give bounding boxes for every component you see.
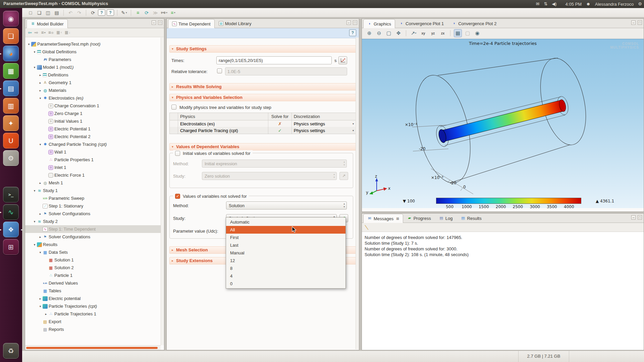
volume-icon[interactable]: ◀) (552, 1, 556, 6)
tree-item-solver-configurations[interactable]: ▸Solver Configurations (25, 210, 161, 218)
dropdown-option-last[interactable]: Last (226, 241, 345, 249)
global-definitions-button[interactable]: ≡ (134, 9, 142, 16)
tree-item-particle-properties-1[interactable]: Particle Properties 1 (25, 156, 161, 164)
section-dependent-variables[interactable]: Values of Dependent Variables (169, 143, 356, 150)
plot-canvas[interactable]: Time=2e-4 Particle trajectories COMSOL M… (362, 39, 644, 208)
tree-vertical-scrollbar[interactable] (161, 38, 164, 345)
dropdown-option-4[interactable]: 4 (226, 272, 345, 280)
hide-faces-button[interactable]: ▢ (464, 29, 472, 37)
tree-item-initial-values-1[interactable]: Initial Values 1 (25, 117, 161, 125)
session-gear-icon[interactable]: ⚙ (638, 0, 642, 8)
tree-item-electric-potential-2[interactable]: Electric Potential 2 (25, 133, 161, 140)
tree-expand-arrow[interactable]: ▸ (38, 73, 43, 77)
tab-convergence-plot-1[interactable]: ◗Convergence Plot 1 (395, 19, 448, 28)
launcher-item-terminal[interactable]: >_ (0, 187, 22, 202)
collapse-all-button[interactable]: ≡▾ (41, 30, 45, 35)
tree-item-charge-conservation-1[interactable]: Charge Conservation 1 (25, 102, 161, 110)
tab-model-library[interactable]: ▥Model Library (215, 19, 256, 28)
maximize-button[interactable]: □ (353, 20, 357, 25)
move-down-button[interactable]: ≣↓ (65, 30, 70, 35)
tree-item-solution-1[interactable]: Solution 1 (25, 256, 161, 264)
minimize-button[interactable]: – (152, 20, 156, 25)
row-selector[interactable] (170, 127, 178, 134)
discretization-cell[interactable]: Physics settings▾ (291, 121, 356, 127)
tree-item-tables[interactable]: Tables (25, 287, 161, 295)
initial-values-button[interactable]: t=0▾ (160, 9, 168, 16)
sync-icon[interactable]: ⇅ (544, 1, 547, 6)
modify-physics-checkbox[interactable] (171, 105, 176, 110)
tree-expand-arrow[interactable]: ▸ (38, 81, 43, 84)
zoom-out-button[interactable]: ⊖ (375, 29, 383, 37)
tree-collapse-arrow[interactable]: ▾ (32, 243, 37, 246)
launcher-item-trash[interactable]: ♻ (0, 343, 22, 359)
tree-expand-arrow[interactable]: ▸ (38, 235, 43, 239)
tree-item-electric-force-1[interactable]: Electric Force 1 (25, 171, 161, 179)
method-combo[interactable]: Solution (226, 201, 347, 209)
tree-expand-arrow[interactable]: ▸ (38, 212, 43, 216)
dropdown-option-all[interactable]: All (226, 226, 345, 234)
maximize-button[interactable]: □ (158, 20, 162, 25)
tree-item-electric-potential[interactable]: ▸Electric potential (25, 295, 161, 302)
clock[interactable]: 4:05 PM (566, 2, 582, 7)
close-tab-icon[interactable]: ⊠ (396, 217, 399, 221)
launcher-item-system-monitor[interactable]: ▸∿ (0, 204, 22, 220)
snapshot-button[interactable]: ◉ (473, 29, 481, 37)
save-file-button[interactable]: ◫ (44, 9, 52, 16)
update-current-button[interactable]: ⟳ (143, 9, 150, 16)
redo-button[interactable]: ↷ (75, 9, 83, 16)
tree-expand-arrow[interactable]: ▸ (38, 181, 43, 185)
undo-button[interactable]: ↶ (67, 9, 74, 16)
dropdown-option-12[interactable]: 12 (226, 257, 345, 264)
tree-item-solution-2[interactable]: Solution 2 (25, 264, 161, 272)
tree-item-model-1[interactable]: ▾Model 1(mod1) (25, 63, 161, 71)
tree-item-results[interactable]: ▾Results (25, 241, 161, 248)
view-xy-button[interactable]: xy (419, 29, 427, 37)
tree-item-derived-values[interactable]: Derived Values (25, 279, 161, 287)
tree-item-electric-potential-1[interactable]: Electric Potential 1 (25, 125, 161, 133)
launcher-item-libreoffice-impress[interactable]: ▥ (0, 98, 22, 114)
tree-item-geometry-1[interactable]: ▸Geometry 1 (25, 79, 161, 86)
tree-item-study-1[interactable]: ▾Study 1 (25, 187, 161, 194)
tree-collapse-arrow[interactable]: ▾ (26, 43, 31, 46)
tree-item-parametric-sweep[interactable]: Parametric Sweep (25, 194, 161, 202)
minimize-button[interactable]: – (346, 20, 351, 25)
view-yz-button[interactable]: yz (429, 29, 437, 37)
tree-horizontal-scrollbar[interactable] (25, 345, 161, 350)
zoom-in-button[interactable]: ⊕ (365, 29, 373, 37)
tree-item-export[interactable]: Export (25, 318, 161, 325)
launcher-item-libreoffice-calc[interactable]: ▦ (0, 63, 22, 79)
tree-item-particle-trajectories[interactable]: ▾Particle Trajectories(cpt) (25, 302, 161, 310)
tree-item-particle-1[interactable]: Particle 1 (25, 272, 161, 279)
help-button[interactable]: ? (98, 9, 105, 16)
tab-graphics[interactable]: ◗Graphics (363, 19, 395, 28)
tree-collapse-arrow[interactable]: ▾ (32, 66, 37, 69)
print-button[interactable]: ▤ (53, 9, 60, 16)
tree-item-mesh-1[interactable]: ▸Mesh 1 (25, 179, 161, 187)
help-icon[interactable]: ? (349, 29, 356, 36)
launcher-item-libreoffice-writer[interactable]: ▸▤ (0, 80, 22, 96)
not-solved-checkbox[interactable] (175, 194, 180, 199)
tree-item-parametersweeptest-mph[interactable]: ▾ParameterSweepTest.mph(root) (25, 40, 161, 48)
tree-item-data-sets[interactable]: ▾Data Sets (25, 248, 161, 256)
tree-item-study-2[interactable]: ▾Study 2 (25, 218, 161, 225)
tab-log[interactable]: ▤Log (435, 214, 457, 223)
transparency-button[interactable]: ▦ (454, 29, 462, 37)
range-button[interactable] (338, 56, 347, 64)
settings-vertical-scrollbar[interactable] (356, 38, 359, 349)
user-menu[interactable]: Alessandra Ferzoco (595, 2, 634, 7)
dropdown-option-0[interactable]: 0 (226, 280, 345, 288)
maximize-button[interactable]: □ (638, 215, 642, 220)
tree-expand-arrow[interactable]: ▸ (38, 297, 43, 300)
clear-mesh-button[interactable]: ✎▾ (120, 9, 128, 16)
tree-expand-arrow[interactable]: ▸ (44, 312, 48, 316)
dropdown-option-automatic[interactable]: Automatic (226, 218, 345, 226)
dropdown-option-manual[interactable]: Manual (226, 249, 345, 257)
physics-row-charged-particle-tracing-cpt[interactable]: Charged Particle Tracing (cpt)✓Physics s… (170, 127, 356, 134)
view-zx-button[interactable]: zx (439, 29, 447, 37)
tab-progress[interactable]: ▰Progress (403, 214, 435, 223)
tab-messages[interactable]: ✉Messages⊠ (363, 214, 403, 223)
solve-for-cell[interactable]: ✓ (268, 127, 291, 134)
back-button[interactable]: ⇦ (28, 30, 32, 35)
tree-item-charged-particle-tracing[interactable]: ▾Charged Particle Tracing(cpt) (25, 140, 161, 148)
initial-values-checkbox[interactable] (175, 151, 180, 156)
